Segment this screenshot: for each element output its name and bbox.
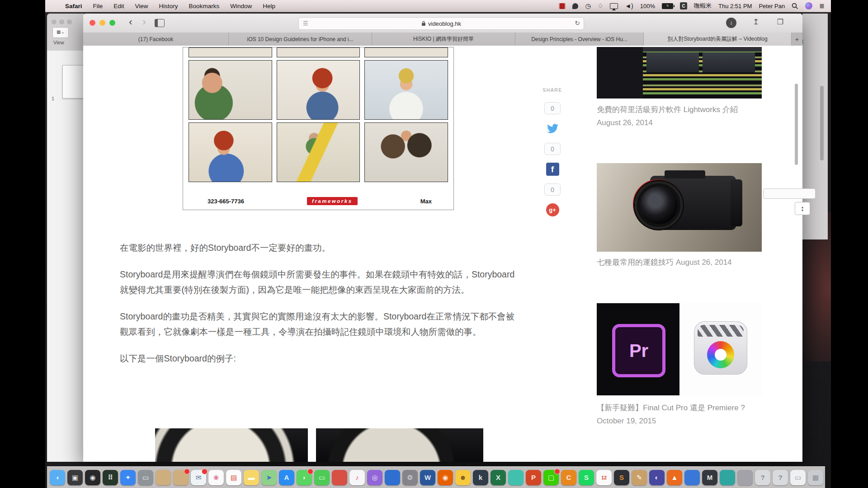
dock-folder-downloads-icon[interactable] — [173, 470, 189, 485]
dock-sublime-icon[interactable]: S — [614, 470, 629, 485]
sidebar-post-link[interactable]: 七種最常用的運鏡技巧 August 26, 2014 — [597, 256, 768, 269]
menu-help[interactable]: Help — [263, 3, 275, 9]
dock-preview-icon[interactable]: ▭ — [138, 470, 153, 485]
dock-c-app-icon[interactable]: C — [561, 470, 576, 485]
time-machine-icon[interactable]: ◷ — [585, 2, 590, 9]
input-method-name[interactable]: 嘸蝦米 — [694, 2, 712, 10]
dock-question-2-icon[interactable]: ? — [773, 470, 788, 485]
volume-icon[interactable]: ◄) — [625, 2, 633, 9]
dock-keynote-icon[interactable] — [385, 470, 400, 485]
zoom-window-button[interactable] — [109, 20, 115, 26]
dock-firefox-icon[interactable]: ◉ — [438, 470, 453, 485]
dock-system-preferences-icon[interactable]: ⚙ — [402, 470, 418, 485]
dock-vlc-icon[interactable]: ▲ — [667, 470, 682, 485]
sidebar-post-link[interactable]: 免費的荷里活級剪片軟件 Lightworks 介紹 August 26, 201… — [597, 103, 768, 129]
floating-field[interactable] — [763, 188, 816, 199]
siri-icon[interactable] — [805, 2, 812, 9]
menu-edit[interactable]: Edit — [113, 3, 124, 9]
flag-menu-icon[interactable]: ♢ — [598, 2, 604, 9]
dock-excel-icon[interactable]: X — [491, 470, 506, 485]
dock-podcasts-icon[interactable]: ◎ — [367, 470, 382, 485]
dock-spotify-icon[interactable]: S — [579, 470, 594, 485]
dock-launchpad-icon[interactable]: ⠿ — [103, 470, 118, 485]
dock-notes-icon[interactable]: ▬ — [244, 470, 259, 485]
dock-red-app-icon[interactable] — [332, 470, 347, 485]
dock-calendar-icon[interactable]: ▤ — [226, 470, 241, 485]
tab-2[interactable]: iOS 10 Design Guidelines for iPhone and … — [229, 33, 372, 46]
sidebar-post-image-camera[interactable] — [597, 163, 762, 252]
google-plus-share-icon[interactable]: g+ — [546, 203, 559, 216]
dock-siri-icon[interactable]: ◉ — [85, 470, 100, 485]
dock-paint-icon[interactable]: ✎ — [632, 470, 647, 485]
dock-messages-icon[interactable]: ◗ — [297, 470, 312, 485]
dock-itunes-icon[interactable]: ♪ — [349, 470, 365, 485]
reader-icon[interactable]: ☰ — [303, 20, 308, 27]
dock-blue-app-icon[interactable] — [684, 470, 700, 485]
forward-button[interactable]: › — [138, 16, 150, 28]
facebook-share-icon[interactable]: f — [546, 163, 559, 176]
dock-maps-icon[interactable]: ➤ — [261, 470, 277, 485]
page-thumbnail[interactable] — [62, 65, 84, 99]
tab-5-active[interactable]: 別人對Storyboard的美麗誤解 – Videoblog — [644, 33, 792, 46]
evernote-menu-icon[interactable] — [572, 3, 578, 9]
dock-1password-icon[interactable]: ◐ — [649, 470, 665, 485]
post-title[interactable]: 【新手疑難】Final Cut Pro 還是 Premiere ? — [597, 404, 745, 412]
menu-safari[interactable]: Safari — [65, 3, 82, 9]
menu-view[interactable]: View — [135, 3, 148, 9]
dock-photos-icon[interactable]: ❀ — [208, 470, 224, 485]
user-menu[interactable]: Peter Pan — [759, 3, 785, 9]
close-window-button[interactable] — [90, 20, 95, 26]
view-menu-button[interactable]: ▦⌄ — [52, 27, 69, 38]
sidebar-button[interactable] — [155, 19, 165, 27]
tab-overview-button[interactable]: ❐ — [777, 18, 783, 26]
dock-folder-documents-icon[interactable] — [156, 470, 171, 485]
dock-mail-icon[interactable]: ✉ — [191, 470, 206, 485]
tab-3[interactable]: HiSKIO | 網路學習好簡單 — [372, 33, 515, 46]
dock-trash-icon[interactable]: ▦ — [808, 470, 823, 485]
dock-powerpoint-icon[interactable]: P — [526, 470, 541, 485]
share-button[interactable]: ↥ — [753, 17, 759, 27]
sidebar-post-image-lightworks[interactable] — [597, 47, 762, 99]
spotlight-search-icon[interactable] — [792, 3, 798, 9]
dock-smiley-icon[interactable]: ☻ — [455, 470, 471, 485]
menu-window[interactable]: Window — [230, 3, 252, 9]
background-window[interactable]: ▦⌄ View ⌄ 1 — [47, 14, 84, 462]
sidebar-post-link[interactable]: 【新手疑難】Final Cut Pro 還是 Premiere ? Octobe… — [597, 401, 768, 427]
menu-file[interactable]: File — [93, 3, 103, 9]
post-title[interactable]: 免費的荷里活級剪片軟件 Lightworks 介紹 — [597, 105, 738, 114]
tab-1[interactable]: (17) Facebook — [83, 33, 229, 46]
post-title[interactable]: 七種最常用的運鏡技巧 — [597, 258, 674, 267]
filmstrip-menu-icon[interactable] — [559, 3, 566, 9]
minimize-window-button[interactable] — [99, 20, 105, 26]
background-scrollbar[interactable] — [820, 86, 824, 160]
dock-kindle-icon[interactable]: k — [473, 470, 488, 485]
battery-icon[interactable]: ϟ — [662, 3, 673, 9]
dock-question-1-icon[interactable]: ? — [755, 470, 770, 485]
stepper-control[interactable]: ▲▼ — [795, 202, 810, 215]
dock-app-store-icon[interactable]: A — [279, 470, 294, 485]
refresh-icon[interactable]: ↻ — [575, 19, 580, 27]
dock-m-plus-icon[interactable]: M — [702, 470, 717, 485]
dock-calendar-12-icon[interactable]: 12 — [596, 470, 612, 485]
dock-photo-booth-icon[interactable]: ▣ — [67, 470, 83, 485]
dock-teal-circle-icon[interactable] — [720, 470, 735, 485]
dock-facetime-icon[interactable]: ▭ — [314, 470, 330, 485]
dock-gray-circle-icon[interactable] — [737, 470, 753, 485]
menu-bookmarks[interactable]: Bookmarks — [189, 3, 220, 9]
dock-safari-icon[interactable]: ✦ — [120, 470, 136, 485]
notification-center-icon[interactable]: ≣ — [819, 2, 825, 9]
input-method-icon[interactable]: C — [680, 2, 687, 9]
new-tab-button[interactable]: + — [792, 33, 802, 46]
menu-clock[interactable]: Thu 2:51 PM — [718, 3, 752, 9]
menu-history[interactable]: History — [159, 3, 178, 9]
airplay-icon[interactable] — [610, 3, 618, 9]
twitter-share-icon[interactable] — [546, 122, 559, 135]
sidebar-post-image-editors[interactable]: Pr — [597, 303, 762, 395]
page-scrollbar[interactable] — [795, 84, 798, 165]
dock-word-icon[interactable]: W — [420, 470, 435, 485]
back-button[interactable]: ‹ — [125, 16, 137, 28]
dock-finder-icon[interactable]: ◖ — [50, 470, 65, 485]
dock-line-icon[interactable]: ▢ — [543, 470, 559, 485]
dock-textedit-icon[interactable]: ▭ — [790, 470, 806, 485]
address-bar[interactable]: ☰ videoblog.hk ↻ — [298, 17, 584, 30]
